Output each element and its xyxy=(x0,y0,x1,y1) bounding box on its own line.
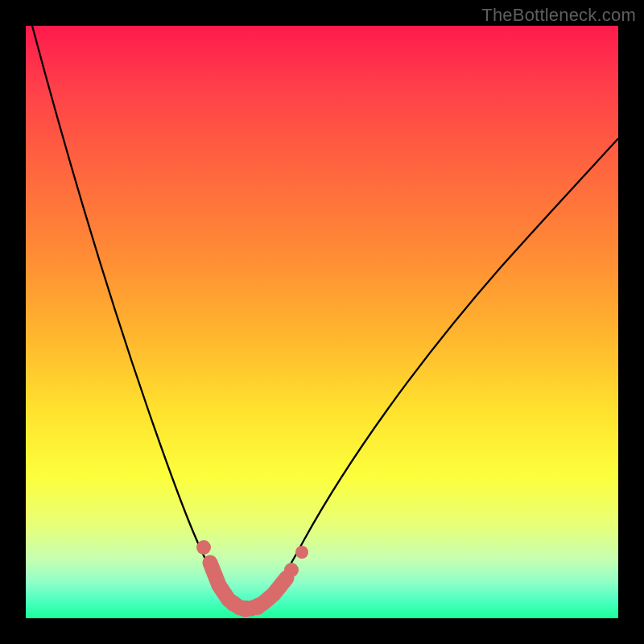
marker-dot xyxy=(295,546,308,559)
bottleneck-chart xyxy=(26,26,618,618)
marker-dot xyxy=(273,579,287,593)
plot-area xyxy=(26,26,618,618)
watermark-text: TheBottleneck.com xyxy=(481,5,636,26)
bottleneck-curve xyxy=(32,26,618,612)
marker-dot xyxy=(215,584,229,598)
marker-dot xyxy=(205,563,220,577)
marker-dot xyxy=(262,592,276,606)
marker-dot xyxy=(196,540,211,555)
marker-dot xyxy=(284,563,299,577)
